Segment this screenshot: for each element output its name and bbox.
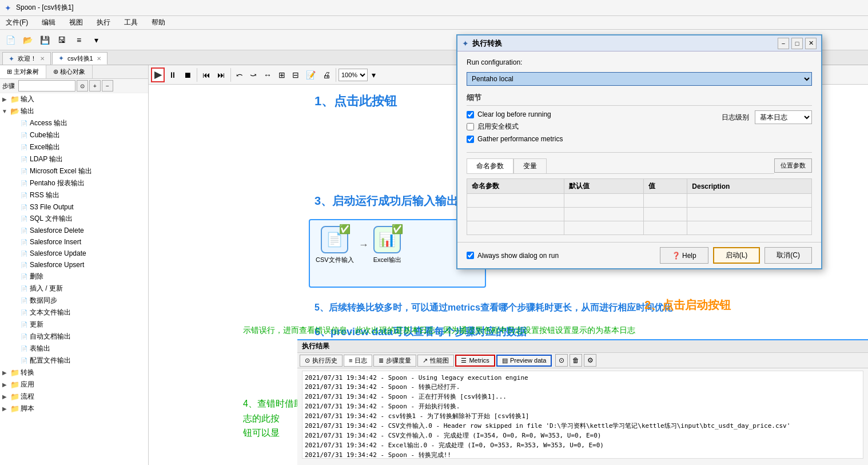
tree-transform[interactable]: ▶ 📁 转换 — [0, 367, 148, 379]
action-clear-btn[interactable]: 🗑 — [570, 354, 582, 367]
next-button[interactable]: ⏭ — [214, 67, 228, 82]
tree-item-cube[interactable]: 📄 Cube输出 — [9, 129, 148, 141]
dropdown-btn[interactable]: ▾ — [88, 32, 104, 48]
tab-log[interactable]: ≡ 日志 — [344, 355, 372, 367]
undo-button[interactable]: ⤺ — [233, 67, 246, 82]
grid-button[interactable]: ⊟ — [289, 67, 302, 82]
help-label: Help — [682, 252, 696, 260]
tree-item-ldap[interactable]: 📄 LDAP 输出 — [9, 153, 148, 165]
tree-item-configout[interactable]: 📄 配置文件输出 — [9, 355, 148, 367]
new-btn[interactable]: 📄 — [2, 32, 18, 48]
canvas-node-output[interactable]: 📊 ✅ Excel输出 — [373, 226, 401, 264]
preview-icon: ▤ — [502, 357, 508, 364]
left-tab-main-tree[interactable]: ⊞ 主对象树 — [0, 65, 46, 78]
dialog-close-btn[interactable]: ✕ — [805, 38, 817, 49]
tree-item-excel[interactable]: 📄 Excel输出 — [9, 141, 148, 153]
tree-item-pentaho[interactable]: 📄 Pentaho 报表输出 — [9, 177, 148, 189]
log-line-7: 2021/07/31 19:34:42 - Excel输出.0 - 完成处理 (… — [305, 440, 861, 450]
menu-help[interactable]: 帮助 — [148, 17, 169, 29]
tab-welcome-close[interactable]: ✕ — [40, 55, 45, 62]
tree-item-sfupsert[interactable]: 📄 Salesforce Upsert — [9, 259, 148, 271]
tab-step-metrics[interactable]: ≣ 步骤度量 — [373, 355, 416, 367]
dialog-minimize-btn[interactable]: − — [778, 38, 789, 49]
tab-metrics[interactable]: ☰ Metrics — [455, 355, 495, 367]
toolbar-sep3 — [336, 68, 336, 82]
params-tab-named[interactable]: 命名参数 — [467, 158, 513, 173]
pause-button[interactable]: ⏸ — [166, 67, 180, 82]
left-tab-core[interactable]: ⊛ 核心对象 — [46, 65, 93, 78]
tree-item-textout[interactable]: 📄 文本文件输出 — [9, 307, 148, 319]
steps-search-input[interactable] — [18, 80, 75, 92]
tree-item-sql[interactable]: 📄 SQL 文件输出 — [9, 213, 148, 225]
start-button[interactable]: 启动(L) — [713, 247, 761, 264]
menu-edit[interactable]: 编辑 — [38, 17, 59, 29]
tab-welcome[interactable]: ✦ 欢迎！ ✕ — [2, 52, 51, 65]
tab-csv[interactable]: ✦ csv转换1 ✕ — [52, 52, 107, 65]
run-button[interactable]: ▶ — [151, 67, 165, 82]
tab-csv-close[interactable]: ✕ — [97, 55, 101, 62]
dialog-maximize-btn[interactable]: □ — [791, 38, 803, 49]
locate-params-btn[interactable]: 位置参数 — [774, 158, 812, 173]
prev-button[interactable]: ⏮ — [200, 67, 213, 82]
action-play-btn[interactable]: ⊙ — [555, 354, 568, 367]
tree-item-autodoc[interactable]: 📄 自动文档输出 — [9, 331, 148, 343]
collapse-btn[interactable]: − — [102, 80, 113, 92]
tree-item-msexcel[interactable]: 📄 Microsoft Excel 输出 — [9, 165, 148, 177]
tree-item-rss[interactable]: 📄 RSS 输出 — [9, 189, 148, 201]
align-button[interactable]: ↔ — [261, 67, 274, 82]
params-tab-variable[interactable]: 变量 — [513, 158, 547, 173]
log-icon: ≡ — [349, 357, 352, 364]
tab-exec-history[interactable]: ⊙ 执行历史 — [300, 355, 343, 367]
tree-script[interactable]: ▶ 📁 脚本 — [0, 403, 148, 415]
tree-item-access[interactable]: 📄 Access 输出 — [9, 117, 148, 129]
save-btn[interactable]: 💾 — [37, 32, 53, 48]
clear-log-row: Clear log before running — [467, 110, 563, 118]
menu-tools[interactable]: 工具 — [121, 17, 141, 29]
zoom-dropdown-btn[interactable]: ▾ — [369, 67, 379, 82]
log-line-1: 2021/07/31 19:34:42 - Spoon - 转换已经打开. — [305, 382, 861, 392]
redo-button[interactable]: ⤻ — [247, 67, 260, 82]
run-config-select[interactable]: Pentaho local — [467, 72, 812, 86]
zoom-select[interactable]: 100% 75% 150% — [339, 69, 368, 81]
tree-output[interactable]: ▼ 📂 输出 — [0, 105, 148, 117]
tree-item-datasync[interactable]: 📄 数据同步 — [9, 295, 148, 307]
tree-item-inserupdate[interactable]: 📄 插入 / 更新 — [9, 283, 148, 295]
tree-app[interactable]: ▶ 📁 应用 — [0, 379, 148, 391]
always-show-checkbox[interactable] — [467, 252, 474, 259]
menu-execute[interactable]: 执行 — [93, 17, 114, 29]
tree-item-update[interactable]: 📄 更新 — [9, 319, 148, 331]
update-label: 更新 — [30, 320, 148, 329]
layers-btn[interactable]: ≡ — [71, 32, 87, 48]
gather-metrics-checkbox[interactable] — [467, 136, 474, 143]
safe-mode-checkbox[interactable] — [467, 123, 474, 130]
saveas-btn[interactable]: 🖫 — [54, 32, 70, 48]
tree-flow[interactable]: ▶ 📁 流程 — [0, 391, 148, 403]
tab-perf-chart[interactable]: ↗ 性能图 — [417, 355, 454, 367]
log-level-select[interactable]: 基本日志 — [755, 110, 812, 124]
main-tree-icon: ⊞ — [7, 68, 12, 75]
action-settings-btn[interactable]: ⚙ — [584, 354, 596, 367]
expand-btn[interactable]: + — [89, 80, 101, 92]
print-button[interactable]: 🖨 — [320, 67, 333, 82]
note-button[interactable]: 📝 — [303, 67, 318, 82]
tree-input[interactable]: ▶ 📁 输入 — [0, 93, 148, 105]
snap-button[interactable]: ⊞ — [276, 67, 288, 82]
open-btn[interactable]: 📂 — [19, 32, 35, 48]
filter-btn[interactable]: ⊙ — [77, 80, 88, 92]
ldap-icon: 📄 — [19, 155, 29, 164]
menu-file[interactable]: 文件(F) — [2, 17, 31, 29]
tree-item-sfinsert[interactable]: 📄 Salesforce Insert — [9, 236, 148, 248]
menu-view[interactable]: 视图 — [66, 17, 86, 29]
tab-preview[interactable]: ▤ Preview data — [496, 355, 552, 367]
help-button[interactable]: ❓ Help — [660, 247, 708, 264]
tree-item-sfupdate[interactable]: 📄 Salesforce Update — [9, 248, 148, 259]
clear-log-checkbox[interactable] — [467, 111, 474, 118]
cancel-button[interactable]: 取消(C) — [765, 247, 812, 264]
execute-dialog[interactable]: ✦ 执行转换 − □ ✕ Run configuration: Pentaho … — [456, 34, 822, 269]
tree-item-delete[interactable]: 📄 删除 — [9, 271, 148, 283]
tree-item-s3[interactable]: 📄 S3 File Output — [9, 201, 148, 213]
stop-button[interactable]: ⏹ — [181, 67, 194, 82]
canvas-node-input[interactable]: 📄 ✅ CSV文件输入 — [316, 226, 354, 264]
tree-item-sfdelete[interactable]: 📄 Salesforce Delete — [9, 225, 148, 236]
tree-item-tableout[interactable]: 📄 表输出 — [9, 343, 148, 355]
